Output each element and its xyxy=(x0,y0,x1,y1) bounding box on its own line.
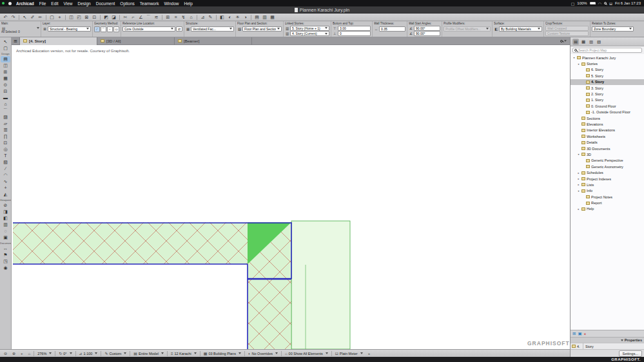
separator[interactable] xyxy=(200,351,200,356)
separator[interactable] xyxy=(46,15,46,20)
separator[interactable] xyxy=(281,351,282,356)
tab-4-story[interactable]: [4. Story] xyxy=(20,37,97,45)
tree-expand-icon[interactable]: ▾ xyxy=(577,153,580,156)
menu-item[interactable]: File xyxy=(37,1,48,6)
properties-item-row[interactable]: 4. Story xyxy=(571,343,644,349)
start-angle-input[interactable]: 90.00° xyxy=(414,26,440,31)
view-map-icon[interactable]: ▦ xyxy=(580,39,587,45)
new-item-icon[interactable]: ⊞ xyxy=(572,331,576,336)
separator[interactable] xyxy=(75,351,76,356)
menu-item[interactable]: Teamwork xyxy=(137,1,162,6)
group-icon[interactable]: ◫ xyxy=(68,14,75,21)
tree-item[interactable]: ▾ Stories xyxy=(571,61,644,66)
tab-3d-all[interactable]: [3D / All] xyxy=(97,37,175,45)
wall-thickness-input[interactable]: 0.35 xyxy=(379,26,405,32)
door-tool-icon[interactable]: ◫ xyxy=(1,62,10,69)
inject-parameters-icon[interactable]: ✏ xyxy=(37,14,44,21)
relation-to-zones-select[interactable]: Zone Boundary xyxy=(592,26,634,32)
straight-wall-method[interactable]: ∕ xyxy=(94,26,100,32)
floor-plan-drawing[interactable] xyxy=(12,45,570,349)
redo-icon[interactable]: ↷ xyxy=(10,14,17,21)
separator[interactable] xyxy=(167,351,168,356)
separator[interactable] xyxy=(251,15,251,20)
fit-in-window-button[interactable]: ⌂ xyxy=(26,352,34,356)
separator[interactable] xyxy=(100,15,101,20)
dimension-tool-icon[interactable]: ↔ xyxy=(1,245,10,252)
tree-item[interactable]: 4. Story xyxy=(571,79,644,85)
worksheet-tool-icon[interactable]: ▥ xyxy=(1,222,10,228)
drawing-tool-icon[interactable]: ◳ xyxy=(1,258,10,265)
fill-tool-icon[interactable]: ▧ xyxy=(1,159,10,166)
undo-icon[interactable]: ↶ xyxy=(2,14,9,21)
snap-point-icon[interactable]: ⌖ xyxy=(56,14,63,21)
detail-tool-icon[interactable]: ◌ xyxy=(1,228,10,234)
floor-plan-display-select[interactable]: Floor Plan and Section... xyxy=(242,26,282,32)
elevation-tool-icon[interactable]: ◨ xyxy=(1,209,10,215)
renovation-filter-control[interactable]: ⌂ 00 Show All Elements xyxy=(282,352,331,356)
intersect-icon[interactable]: ∠ xyxy=(137,14,144,21)
roof-tool-icon[interactable]: ⌂ xyxy=(1,101,10,108)
home-story-select[interactable]: 4. Story (Current) xyxy=(290,31,329,36)
layer-lock-icon[interactable]: ⊠ xyxy=(43,27,47,31)
wall-tool-icon[interactable]: ▤ xyxy=(1,56,10,62)
bottom-offset-input[interactable]: 0 xyxy=(338,31,371,36)
scale-control[interactable]: ⊿ 1:100 xyxy=(77,351,101,356)
tree-expand-icon[interactable]: ▾ xyxy=(577,62,580,66)
tree-item[interactable]: 0. Ground Floor xyxy=(571,103,644,109)
flip-reference-line-button[interactable]: ⇄ xyxy=(176,26,182,32)
menu-item[interactable]: Design xyxy=(75,1,93,6)
marquee-icon[interactable]: ▢ xyxy=(48,14,55,21)
tree-item[interactable]: ▸ Lists xyxy=(571,182,644,187)
pen-set-control[interactable]: ✎ Custom xyxy=(102,351,129,356)
3d-document-tool-icon[interactable]: ▣ xyxy=(1,234,10,241)
layers-icon[interactable]: ▤ xyxy=(253,14,260,21)
menu-bar-clock[interactable]: Fri 6 Jan 17:23 xyxy=(615,1,641,5)
close-panel-icon[interactable]: × xyxy=(584,332,587,336)
zoom-level-control[interactable]: 276% xyxy=(35,352,54,356)
tree-expand-icon[interactable]: ▸ xyxy=(577,171,580,175)
arrow-tool-icon[interactable]: ↖ xyxy=(1,39,10,45)
spline-tool-icon[interactable]: ∿ xyxy=(1,178,10,185)
layer-select[interactable]: Structural - Bearing xyxy=(48,26,91,32)
floor-plan-canvas[interactable]: Archicad Education version, not for resa… xyxy=(12,45,570,349)
section-tool-icon[interactable]: ⊘ xyxy=(1,202,10,209)
menu-item[interactable]: Help xyxy=(182,1,195,6)
mesh-tool-icon[interactable]: ▨ xyxy=(1,114,10,120)
measure-icon[interactable]: ⊿ xyxy=(199,14,206,21)
interior-elevation-tool-icon[interactable]: ◧ xyxy=(1,215,10,222)
stair-tool-icon[interactable]: ☰ xyxy=(1,127,10,133)
clone-folder-icon[interactable]: ▣ xyxy=(578,331,581,336)
display-mirroring-icon[interactable]: ▢ xyxy=(571,1,575,6)
shell-tool-icon[interactable]: ⌒ xyxy=(1,108,10,114)
separator[interactable] xyxy=(331,351,332,356)
send-backward-icon[interactable]: ◪ xyxy=(110,14,117,21)
model-view-options-control[interactable]: ▦ 03 Building Plans xyxy=(201,351,244,356)
tab-overview-icon[interactable]: ⊞ xyxy=(12,37,20,45)
split-icon[interactable]: ✂ xyxy=(122,14,129,21)
zone-polygon[interactable] xyxy=(291,221,350,349)
separator[interactable] xyxy=(65,15,66,20)
separator[interactable] xyxy=(34,351,34,356)
menu-item[interactable]: Document xyxy=(93,1,118,6)
marquee-tool-icon[interactable]: ▢ xyxy=(1,45,10,52)
column-tool-icon[interactable]: ⊙ xyxy=(1,82,10,88)
surface-select[interactable]: By Building Materials xyxy=(499,26,542,32)
tree-item[interactable]: Generic Axonometry xyxy=(571,164,644,169)
layer-combination-control[interactable]: ≡ 12 Karachi xyxy=(168,352,199,356)
graphic-override-control[interactable]: ◐ No Overrides xyxy=(246,352,280,356)
app-menu-archicad[interactable]: Archicad xyxy=(14,1,37,6)
lamp-tool-icon[interactable]: ◎ xyxy=(1,146,10,153)
structure-display-control[interactable]: ▤ Entire Model xyxy=(131,351,166,356)
dropdown-caret-icon[interactable] xyxy=(37,27,39,29)
tree-item[interactable]: 5. Story xyxy=(571,73,644,79)
separator[interactable] xyxy=(216,15,217,20)
control-center-icon[interactable]: ⊟ xyxy=(609,1,612,6)
views-icon[interactable]: ▦ xyxy=(269,14,276,21)
spotlight-icon[interactable] xyxy=(604,2,607,5)
tree-item[interactable]: Elevations xyxy=(571,121,644,127)
tree-item[interactable]: 1. Story xyxy=(571,97,644,103)
3d-cutaway-icon[interactable]: ◧ xyxy=(219,14,226,21)
lock-icon[interactable]: ⊠ xyxy=(83,14,90,21)
apple-menu-icon[interactable] xyxy=(8,2,12,5)
tree-item[interactable]: Worksheets xyxy=(571,133,644,139)
